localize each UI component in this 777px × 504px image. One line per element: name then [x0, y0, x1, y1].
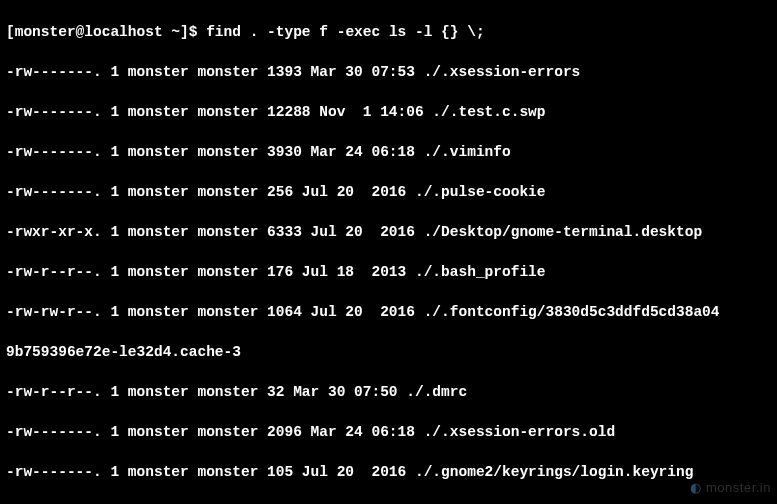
- output-line: -rw-------. 1 monster monster 256 Jul 20…: [6, 182, 771, 202]
- watermark-text: monster.in: [706, 480, 771, 495]
- output-line: -rw-------. 1 monster monster 3930 Mar 2…: [6, 142, 771, 162]
- watermark-icon: ◐: [690, 480, 702, 495]
- output-line: -rw-r--r--. 1 monster monster 32 Mar 30 …: [6, 382, 771, 402]
- terminal-output[interactable]: [monster@localhost ~]$ find . -type f -e…: [6, 2, 771, 504]
- output-line: -rw-------. 1 monster monster 2096 Mar 2…: [6, 422, 771, 442]
- prompt-line: [monster@localhost ~]$ find . -type f -e…: [6, 22, 771, 42]
- output-line: -rwxr-xr-x. 1 monster monster 6333 Jul 2…: [6, 222, 771, 242]
- output-line: -rw-------. 1 monster monster 1393 Mar 3…: [6, 62, 771, 82]
- output-line: -rw-------. 1 monster monster 105 Jul 20…: [6, 462, 771, 482]
- output-line: -rw-r--r--. 1 monster monster 176 Jul 18…: [6, 262, 771, 282]
- command-text: find . -type f -exec ls -l {} \;: [206, 24, 484, 40]
- output-line: -rw-rw-r--. 1 monster monster 1064 Jul 2…: [6, 302, 771, 322]
- prompt-cwd: ~: [171, 24, 180, 40]
- prompt-delimiter: ]$: [180, 24, 206, 40]
- watermark: ◐ monster.in: [690, 478, 771, 498]
- prompt-user-host: monster@localhost: [15, 24, 163, 40]
- output-line: -rw-------. 1 monster monster 12288 Nov …: [6, 102, 771, 122]
- output-line: 9b759396e72e-le32d4.cache-3: [6, 342, 771, 362]
